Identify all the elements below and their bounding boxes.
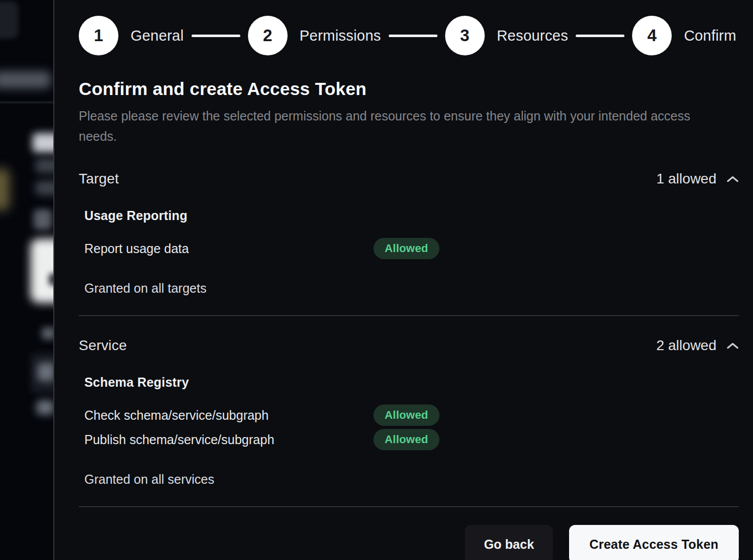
step-4-circle: 4 xyxy=(632,16,672,55)
blurred-bg-element xyxy=(38,363,53,381)
section-service-title: Service xyxy=(79,337,127,354)
step-1-label: General xyxy=(131,27,184,44)
section-target-header: Target 1 allowed xyxy=(79,171,739,187)
blurred-bg-element xyxy=(0,169,9,210)
chevron-up-icon xyxy=(727,175,739,183)
permission-label: Report usage data xyxy=(84,241,373,256)
step-permissions[interactable]: 2 Permissions xyxy=(248,16,381,55)
blurred-bg-element xyxy=(42,327,53,339)
allowed-badge: Allowed xyxy=(373,429,440,450)
section-target-title: Target xyxy=(79,171,119,187)
target-permission-list: Report usage data Allowed xyxy=(79,236,739,261)
service-allowed-count: 2 allowed xyxy=(656,337,716,354)
footer-divider xyxy=(79,506,739,507)
step-general[interactable]: 1 General xyxy=(79,16,184,55)
step-2-circle: 2 xyxy=(248,16,288,55)
blurred-bg-divider xyxy=(0,102,53,103)
target-granted-note: Granted on all targets xyxy=(84,281,739,296)
step-confirm[interactable]: 4 Confirm xyxy=(632,16,736,55)
blurred-bg-card xyxy=(30,239,53,303)
target-allowed-count: 1 allowed xyxy=(656,171,716,187)
blurred-bg-element xyxy=(36,159,53,173)
blurred-bg-element xyxy=(33,133,53,152)
section-divider xyxy=(79,315,739,316)
section-service-collapse-toggle[interactable]: 2 allowed xyxy=(656,337,739,354)
step-resources[interactable]: 3 Resources xyxy=(445,16,568,55)
step-3-circle: 3 xyxy=(445,16,485,55)
service-group-title: Schema Registry xyxy=(84,375,739,390)
service-granted-note: Granted on all services xyxy=(84,472,739,487)
target-group-title: Usage Reporting xyxy=(84,208,739,223)
permission-row: Check schema/service/subgraph Allowed xyxy=(84,403,739,427)
section-target-collapse-toggle[interactable]: 1 allowed xyxy=(656,171,739,187)
blurred-bg-element xyxy=(0,1,18,39)
allowed-badge: Allowed xyxy=(373,405,440,426)
background-app-blurred xyxy=(0,0,53,560)
blurred-bg-element xyxy=(49,273,53,286)
step-connector xyxy=(576,35,624,37)
step-3-label: Resources xyxy=(497,27,568,44)
step-connector xyxy=(192,35,240,37)
allowed-badge: Allowed xyxy=(373,238,440,259)
section-service-header: Service 2 allowed xyxy=(79,337,739,354)
permission-row: Report usage data Allowed xyxy=(84,236,739,261)
blurred-bg-element xyxy=(36,181,53,195)
create-access-token-button[interactable]: Create Access Token xyxy=(569,525,739,560)
wizard-stepper: 1 General 2 Permissions 3 Resources 4 Co… xyxy=(79,16,739,55)
chevron-up-icon xyxy=(727,342,739,350)
page-title: Confirm and create Access Token xyxy=(79,79,739,99)
permission-label: Publish schema/service/subgraph xyxy=(84,432,373,447)
step-connector xyxy=(389,35,437,37)
step-4-label: Confirm xyxy=(684,27,736,44)
blurred-bg-element xyxy=(34,209,52,230)
service-permission-list: Check schema/service/subgraph Allowed Pu… xyxy=(79,403,739,452)
page-description: Please please review the selected permis… xyxy=(79,106,704,146)
blurred-bg-element xyxy=(37,400,53,415)
step-2-label: Permissions xyxy=(300,27,381,44)
blurred-bg-element xyxy=(0,71,51,88)
permission-label: Check schema/service/subgraph xyxy=(84,408,373,423)
step-1-circle: 1 xyxy=(79,16,118,55)
create-access-token-modal: 1 General 2 Permissions 3 Resources 4 Co… xyxy=(53,0,753,560)
go-back-button[interactable]: Go back xyxy=(465,525,553,560)
permission-row: Publish schema/service/subgraph Allowed xyxy=(84,427,739,452)
modal-footer: Go back Create Access Token xyxy=(79,525,739,560)
